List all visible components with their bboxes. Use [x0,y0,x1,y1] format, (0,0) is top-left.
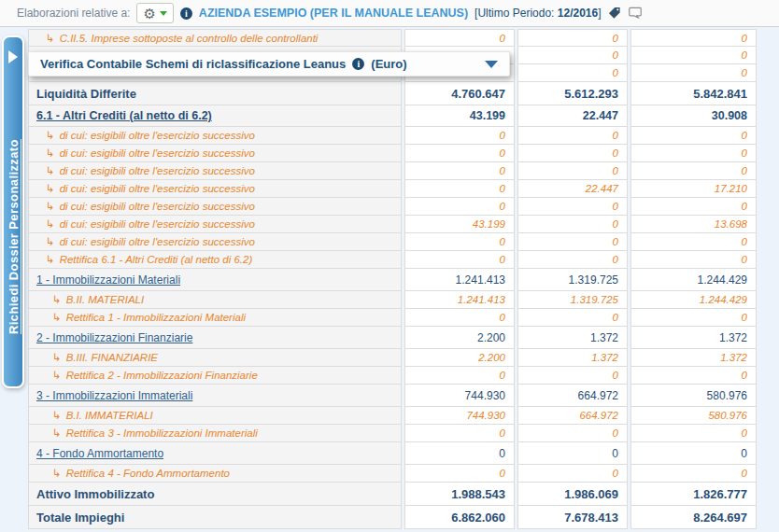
row-value: 1.372 [517,327,628,349]
row-value: 0 [517,233,628,251]
row-value: 0 [404,145,515,162]
table-row: ↳Rettifica 3 - Immobilizzazioni Immateri… [28,425,757,442]
row-label[interactable]: 6.1 - Altri Crediti (al netto di 6.2) [28,105,402,127]
table-row: ↳C.II.5. Imprese sottoposte al controllo… [28,29,757,47]
sub-row-arrow-icon: ↳ [52,351,62,364]
row-value: 580.976 [630,385,757,407]
sub-row-arrow-icon: ↳ [52,293,62,306]
sub-row-arrow-icon: ↳ [52,369,62,382]
comments-icon[interactable] [628,7,643,20]
table-row: ↳di cui: esigibili oltre l'esercizio suc… [28,233,757,251]
row-label-text: Rettifica 3 - Immobilizzazioni Immateria… [66,427,258,439]
section-chevron-down-icon[interactable] [485,61,498,68]
row-value: 22.447 [517,105,628,127]
row-value: 0 [517,29,628,47]
sub-row-arrow-icon: ↳ [52,409,62,422]
row-label: ↳di cui: esigibili oltre l'esercizio suc… [28,127,402,145]
row-value: 2.200 [404,349,515,367]
row-label-text: di cui: esigibili oltre l'esercizio succ… [60,236,255,247]
section-info-icon[interactable]: i [352,58,364,70]
row-value: 1.244.429 [630,291,757,309]
row-value: 0 [630,251,757,269]
table-row: 1 - Immobilizzazioni Materiali1.241.4131… [28,269,757,291]
row-value: 6.862.060 [404,506,515,529]
row-value: 1.241.413 [404,291,515,309]
sub-row-arrow-icon: ↳ [46,129,55,142]
row-value: 0 [404,367,515,385]
row-value: 744.930 [404,385,515,407]
row-value: 43.199 [404,105,515,127]
row-label: ↳C.II.5. Imprese sottoposte al controllo… [28,29,402,47]
row-value: 1.988.543 [404,483,515,506]
row-label[interactable]: 3 - Immobilizzazioni Immateriali [28,385,402,407]
row-value: 0 [630,127,757,145]
row-label-text: Rettifica 2 - Immobilizzazioni Finanziar… [66,370,258,381]
row-label: ↳di cui: esigibili oltre l'esercizio suc… [28,145,402,162]
settings-button[interactable]: ⚙ [136,3,173,23]
row-value: 1.986.069 [517,483,628,506]
sub-row-arrow-icon: ↳ [52,311,62,324]
tag-icon[interactable] [608,7,621,20]
table-row: 3 - Immobilizzazioni Immateriali744.9306… [28,385,757,407]
row-label-text: di cui: esigibili oltre l'esercizio succ… [60,201,255,212]
row-value: 0 [404,198,515,216]
row-label[interactable]: 1 - Immobilizzazioni Materiali [28,269,402,291]
row-label-text: 4 - Fondo Ammortamento [36,447,163,460]
row-value: 0 [404,180,515,198]
row-value: 1.372 [517,349,628,367]
row-value: 664.972 [517,385,628,407]
currency-unit: (Euro) [371,57,406,71]
row-value: 0 [517,309,628,327]
table-row: ↳Rettifica 2 - Immobilizzazioni Finanzia… [28,367,757,385]
request-custom-dossier-tab[interactable]: Richiedi Dossier Personalizzato [2,35,24,388]
sub-row-arrow-icon: ↳ [46,147,55,160]
row-label: Totale Impieghi [28,506,402,529]
sub-row-arrow-icon: ↳ [46,182,55,195]
row-label[interactable]: 4 - Fondo Ammortamento [28,442,402,465]
sub-row-arrow-icon: ↳ [46,200,55,213]
table-row: Liquidità Differite4.760.6475.612.2935.8… [28,82,757,105]
row-value: 0 [517,216,628,233]
row-value: 0 [630,309,757,327]
row-value: 0 [517,465,628,483]
row-value: 0 [404,29,515,47]
table-row: Totale Impieghi6.862.0607.678.4138.264.6… [28,506,757,529]
row-value: 30.908 [630,105,757,127]
row-value: 2.200 [404,327,515,349]
row-value: 0 [630,64,757,82]
row-label-text: di cui: esigibili oltre l'esercizio succ… [60,165,255,176]
row-value: 0 [630,47,757,64]
row-label: ↳B.III. FINANZIARIE [28,349,402,367]
reclass-table: ↳C.II.5. Imprese sottoposte al controllo… [28,29,757,529]
section-header-dropdown[interactable]: Verifica Contabile Schemi di riclassific… [28,51,510,77]
row-value: 1.319.725 [517,269,628,291]
top-bar: Elaborazioni relative a: ⚙ i AZIENDA ESE… [0,0,779,27]
row-value: 5.612.293 [517,82,628,105]
row-value: 0 [517,47,628,64]
row-value: 0 [517,64,628,82]
row-value: 0 [404,425,515,442]
info-icon[interactable]: i [180,7,192,20]
row-label-text: B.II. MATERIALI [66,294,145,305]
company-name[interactable]: AZIENDA ESEMPIO (PER IL MANUALE LEANUS) [199,7,468,20]
table-row: ↳Rettifica 1 - Immobilizzazioni Material… [28,309,757,327]
row-value: 8.264.697 [630,506,757,529]
table-row: ↳B.II. MATERIALI1.241.4131.319.7251.244.… [28,291,757,309]
row-value: 1.372 [630,327,757,349]
row-label: Attivo Immobilizzato [28,483,402,506]
table-row: ↳di cui: esigibili oltre l'esercizio suc… [28,198,757,216]
row-value: 0 [630,442,757,465]
row-label[interactable]: 2 - Immobilizzazioni Finanziarie [28,327,402,349]
row-value: 1.319.725 [517,291,628,309]
row-value: 0 [517,145,628,162]
row-value: 13.698 [630,216,757,233]
row-label-text: Attivo Immobilizzato [36,487,154,501]
row-value: 43.199 [404,216,515,233]
sub-row-arrow-icon: ↳ [52,467,62,480]
row-value: 0 [404,465,515,483]
row-label: ↳Rettifica 6.1 - Altri Crediti (al netto… [28,251,402,269]
last-period: [Ultimo Periodo: 12/2016] [474,7,601,20]
row-label: ↳B.II. MATERIALI [28,291,402,309]
elaborations-label: Elaborazioni relative a: [17,7,130,20]
row-value: 0 [517,442,628,465]
